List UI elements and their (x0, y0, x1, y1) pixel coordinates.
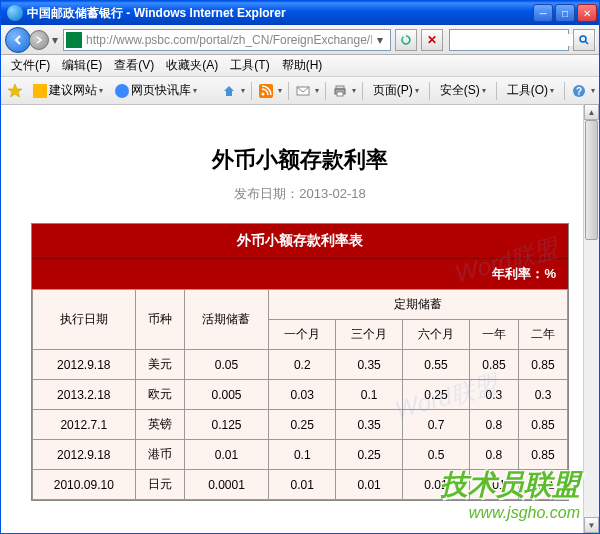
mail-icon (296, 84, 310, 98)
home-icon (222, 84, 236, 98)
table-cell: 0.5 (403, 440, 470, 470)
table-row: 2013.2.18欧元0.0050.030.10.250.30.3 (33, 380, 568, 410)
forward-button[interactable] (29, 30, 49, 50)
table-cell: 0.25 (336, 440, 403, 470)
menu-bar: 文件(F) 编辑(E) 查看(V) 收藏夹(A) 工具(T) 帮助(H) (1, 55, 599, 77)
table-cell: 0.35 (336, 410, 403, 440)
feeds-dropdown[interactable]: ▾ (278, 86, 282, 95)
chevron-down-icon: ▾ (193, 86, 197, 95)
suggested-sites-label: 建议网站 (49, 82, 97, 99)
mail-button[interactable] (295, 83, 311, 99)
table-cell: 美元 (135, 350, 184, 380)
table-cell: 2012.9.18 (33, 350, 136, 380)
url-dropdown[interactable]: ▾ (372, 33, 388, 47)
refresh-icon (400, 34, 412, 46)
help-dropdown[interactable]: ▾ (591, 86, 595, 95)
nav-history-dropdown[interactable]: ▾ (49, 30, 61, 50)
chevron-down-icon: ▾ (415, 86, 419, 95)
tools-menu[interactable]: 工具(O) ▾ (503, 80, 558, 101)
url-input[interactable] (86, 33, 372, 47)
home-dropdown[interactable]: ▾ (241, 86, 245, 95)
star-icon (7, 83, 23, 99)
table-cell: 0.25 (269, 410, 336, 440)
arrow-left-icon (12, 34, 24, 46)
table-caption: 外币小额存款利率表 (32, 224, 568, 258)
svg-text:?: ? (576, 86, 582, 97)
table-cell: 0.0001 (184, 470, 269, 500)
menu-edit[interactable]: 编辑(E) (56, 55, 108, 76)
svg-rect-7 (337, 92, 343, 96)
ie-icon (7, 5, 23, 21)
close-button[interactable]: ✕ (577, 4, 597, 22)
web-slices-link[interactable]: 网页快讯库 ▾ (111, 80, 201, 101)
tools-menu-label: 工具(O) (507, 82, 548, 99)
maximize-button[interactable]: □ (555, 4, 575, 22)
ie-small-icon (115, 84, 129, 98)
table-cell: 0.01 (184, 440, 269, 470)
help-icon: ? (572, 84, 586, 98)
favorites-button[interactable] (5, 81, 25, 101)
table-cell: 0.125 (184, 410, 269, 440)
table-cell: 0.85 (518, 350, 567, 380)
url-field-container[interactable]: ▾ (63, 29, 391, 51)
print-dropdown[interactable]: ▾ (352, 86, 356, 95)
rate-table-container: 外币小额存款利率表 年利率：% 执行日期 币种 活期储蓄 定期储蓄 一个月 三个… (31, 223, 569, 501)
menu-file[interactable]: 文件(F) (5, 55, 56, 76)
ie-window: 中国邮政储蓄银行 - Windows Internet Explorer ─ □… (0, 0, 600, 534)
table-cell: 0.01 (269, 470, 336, 500)
feeds-button[interactable] (258, 83, 274, 99)
bing-small-icon (33, 84, 47, 98)
svg-line-1 (586, 41, 589, 44)
table-unit: 年利率：% (32, 258, 568, 289)
minimize-button[interactable]: ─ (533, 4, 553, 22)
table-cell: 日元 (135, 470, 184, 500)
safety-menu[interactable]: 安全(S) ▾ (436, 80, 490, 101)
table-cell: 0.25 (403, 380, 470, 410)
th-currency: 币种 (135, 290, 184, 350)
table-row: 2012.9.18港币0.010.10.250.50.80.85 (33, 440, 568, 470)
home-button[interactable] (221, 83, 237, 99)
table-cell: 0.3 (469, 380, 518, 410)
menu-tools[interactable]: 工具(T) (224, 55, 275, 76)
menu-favorites[interactable]: 收藏夹(A) (160, 55, 224, 76)
stop-icon: ✕ (427, 33, 437, 47)
th-fixed: 定期储蓄 (269, 290, 568, 320)
table-cell: 0.1 (269, 440, 336, 470)
menu-help[interactable]: 帮助(H) (276, 55, 329, 76)
th-exec-date: 执行日期 (33, 290, 136, 350)
scroll-up-button[interactable]: ▲ (584, 104, 599, 120)
back-button[interactable] (5, 27, 31, 53)
scroll-down-button[interactable]: ▼ (584, 517, 599, 533)
table-cell: 0.2 (269, 350, 336, 380)
search-field-container[interactable] (449, 29, 569, 51)
page-menu[interactable]: 页面(P) ▾ (369, 80, 423, 101)
rss-icon (259, 84, 273, 98)
chevron-down-icon: ▾ (482, 86, 486, 95)
th-m6: 六个月 (403, 320, 470, 350)
th-y1: 一年 (469, 320, 518, 350)
site-favicon (66, 32, 82, 48)
mail-dropdown[interactable]: ▾ (315, 86, 319, 95)
chevron-down-icon: ▾ (99, 86, 103, 95)
table-cell: 2012.9.18 (33, 440, 136, 470)
th-y2: 二年 (518, 320, 567, 350)
menu-view[interactable]: 查看(V) (108, 55, 160, 76)
search-button[interactable] (573, 29, 595, 51)
scroll-thumb[interactable] (585, 120, 598, 240)
stop-button[interactable]: ✕ (421, 29, 443, 51)
table-cell: 0.55 (403, 350, 470, 380)
vertical-scrollbar[interactable]: ▲ ▼ (583, 104, 599, 533)
footer-title: 技术员联盟 (440, 466, 580, 504)
table-cell: 0.8 (469, 440, 518, 470)
table-cell: 英镑 (135, 410, 184, 440)
help-button[interactable]: ? (571, 83, 587, 99)
refresh-button[interactable] (395, 29, 417, 51)
table-cell: 0.1 (336, 380, 403, 410)
suggested-sites-link[interactable]: 建议网站 ▾ (29, 80, 107, 101)
print-button[interactable] (332, 83, 348, 99)
table-row: 2012.9.18美元0.050.20.350.550.850.85 (33, 350, 568, 380)
publish-date: 发布日期：2013-02-18 (31, 185, 569, 203)
titlebar: 中国邮政储蓄银行 - Windows Internet Explorer ─ □… (1, 1, 599, 25)
table-cell: 0.7 (403, 410, 470, 440)
table-cell: 0.8 (469, 410, 518, 440)
